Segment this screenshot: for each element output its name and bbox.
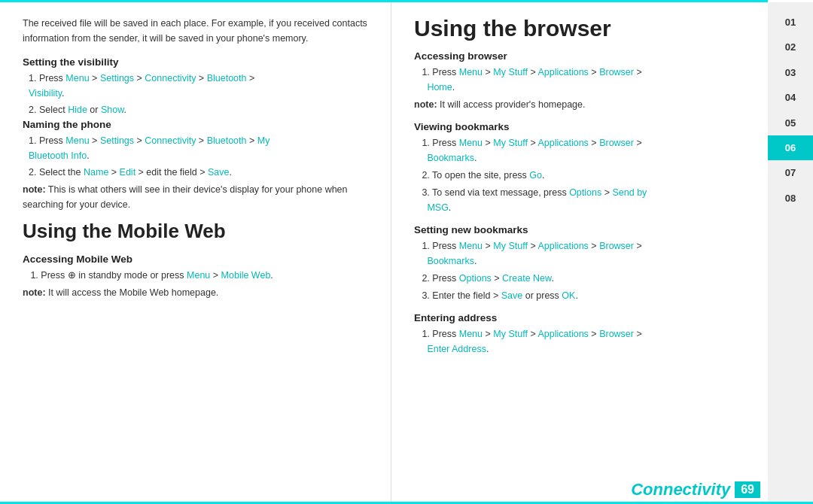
link-bluetooth: Bluetooth [207, 73, 247, 83]
link-options-vb: Options [569, 187, 601, 198]
link-sendby: Send by [612, 187, 647, 198]
link-enter-address: Enter Address [427, 344, 486, 354]
link-menu-ea1: Menu [459, 329, 483, 339]
link-browser-vb1: Browser [599, 138, 634, 148]
sidebar: 01 02 03 04 05 06 07 08 [768, 2, 813, 504]
step-bookmarks-2: 2. To open the site, press Go. [414, 168, 760, 183]
sidebar-item-02[interactable]: 02 [768, 35, 813, 59]
link-go: Go [529, 170, 542, 181]
link-connectivity: Connectivity [145, 73, 196, 83]
link-msg: MSG [427, 202, 448, 213]
step-bookmarks-3: 3. To send via text message, press Optio… [414, 185, 760, 215]
step-naming-2: 2. Select the Name > Edit > edit the fie… [29, 165, 376, 180]
link-menu-2: Menu [65, 135, 89, 146]
section-setting-visibility: Setting the visibility 1. Press Menu > S… [23, 56, 376, 117]
link-hide: Hide [68, 105, 87, 115]
section-naming-phone: Naming the phone 1. Press Menu > Setting… [23, 119, 376, 212]
link-browser-ea1: Browser [599, 329, 634, 339]
section-accessing-browser: Accessing browser 1. Press Menu > My Stu… [414, 50, 760, 112]
section-accessing-mobile-web: Accessing Mobile Web 1. Press ⊕ in stand… [23, 254, 376, 300]
note-mobile-web: note: It will access the Mobile Web home… [23, 285, 376, 300]
section-title-setting-bookmarks: Setting new bookmarks [414, 224, 760, 235]
link-settings: Settings [100, 73, 134, 83]
link-mystuff-nb1: My Stuff [493, 241, 528, 251]
left-column: The received file will be saved in each … [0, 2, 391, 504]
section-setting-bookmarks: Setting new bookmarks 1. Press Menu > My… [414, 224, 760, 303]
link-browser-b1: Browser [599, 67, 634, 77]
link-ok-nb: OK [562, 290, 575, 301]
footer-page-number: 69 [735, 481, 760, 498]
right-column: Using the browser Accessing browser 1. P… [391, 2, 813, 504]
step-visibility-1: 1. Press Menu > Settings > Connectivity … [29, 71, 376, 101]
step-mobile-web-1: 1. Press ⊕ in standby mode or press Menu… [23, 268, 376, 283]
link-mystuff-vb1: My Stuff [493, 138, 528, 148]
top-border [0, 0, 768, 2]
link-apps-vb1: Applications [537, 138, 588, 148]
link-my: My [257, 135, 270, 146]
link-edit: Edit [120, 167, 136, 178]
link-bluetooth-2: Bluetooth [207, 135, 247, 146]
section-title-accessing-browser: Accessing browser [414, 50, 760, 62]
section-entering-address: Entering address 1. Press Menu > My Stuf… [414, 312, 760, 357]
step-bookmarks-1: 1. Press Menu > My Stuff > Applications … [414, 135, 760, 165]
link-browser-nb1: Browser [599, 241, 634, 251]
note-accessing-browser: note: It will access provider's homepage… [414, 97, 760, 112]
sidebar-item-03[interactable]: 03 [768, 60, 813, 85]
step-new-bookmarks-2: 2. Press Options > Create New. [414, 271, 760, 286]
step-address-1: 1. Press Menu > My Stuff > Applications … [414, 326, 760, 357]
sidebar-item-01[interactable]: 01 [768, 10, 813, 35]
section-title-entering-address: Entering address [414, 312, 760, 323]
link-menu-vb1: Menu [459, 138, 483, 148]
link-mobile-web: Mobile Web [221, 270, 271, 281]
section-heading-naming: Naming the phone [23, 119, 376, 130]
link-mystuff-ea1: My Stuff [493, 329, 528, 339]
sidebar-item-04[interactable]: 04 [768, 85, 813, 110]
section-title-viewing-bookmarks: Viewing bookmarks [414, 121, 760, 132]
section-viewing-bookmarks: Viewing bookmarks 1. Press Menu > My Stu… [414, 121, 760, 215]
link-options-nb: Options [459, 273, 492, 284]
link-name: Name [84, 167, 108, 178]
link-settings-2: Settings [100, 135, 134, 146]
link-menu: Menu [65, 73, 89, 83]
right-main-heading: Using the browser [414, 16, 760, 41]
step-new-bookmarks-3: 3. Enter the field > Save or press OK. [414, 288, 760, 303]
sidebar-item-05[interactable]: 05 [768, 111, 813, 135]
link-menu-nb1: Menu [459, 241, 483, 251]
link-apps-ea1: Applications [537, 329, 588, 339]
footer-connectivity-label: Connectivity [631, 480, 730, 499]
main-layout: The received file will be saved in each … [0, 0, 813, 504]
sidebar-item-08[interactable]: 08 [768, 186, 813, 211]
link-bookmarks-vb1: Bookmarks [427, 153, 474, 163]
link-mystuff-b1: My Stuff [493, 67, 528, 77]
link-connectivity-2: Connectivity [145, 135, 196, 146]
step-new-bookmarks-1: 1. Press Menu > My Stuff > Applications … [414, 238, 760, 269]
link-bookmarks-nb1: Bookmarks [427, 256, 474, 266]
link-save-nb: Save [501, 290, 523, 301]
step-browser-1: 1. Press Menu > My Stuff > Applications … [414, 65, 760, 95]
step-visibility-2: 2. Select Hide or Show. [29, 102, 376, 117]
step-naming-1: 1. Press Menu > Settings > Connectivity … [29, 133, 376, 163]
link-menu-b1: Menu [459, 67, 483, 77]
link-apps-b1: Applications [537, 67, 588, 77]
link-bluetooth-info: Bluetooth Info [29, 150, 87, 161]
step-list-naming: 1. Press Menu > Settings > Connectivity … [23, 133, 376, 180]
link-create-new: Create New [502, 273, 551, 284]
link-save: Save [208, 167, 230, 178]
bottom-footer: Connectivity 69 [631, 480, 760, 499]
link-apps-nb1: Applications [537, 241, 588, 251]
section-heading-mobile-web: Accessing Mobile Web [23, 254, 376, 265]
sidebar-item-06[interactable]: 06 [768, 135, 813, 160]
link-visibility: Visibility [29, 88, 62, 99]
intro-text: The received file will be saved in each … [23, 16, 376, 46]
sidebar-item-07[interactable]: 07 [768, 160, 813, 185]
mobile-web-heading: Using the Mobile Web [23, 220, 376, 243]
link-home-b1: Home [427, 82, 452, 93]
step-list-visibility: 1. Press Menu > Settings > Connectivity … [23, 71, 376, 117]
link-show: Show [101, 105, 124, 115]
note-naming: note: This is what others will see in th… [23, 182, 376, 212]
link-menu-mobile: Menu [187, 270, 210, 281]
section-heading-visibility: Setting the visibility [23, 56, 376, 68]
